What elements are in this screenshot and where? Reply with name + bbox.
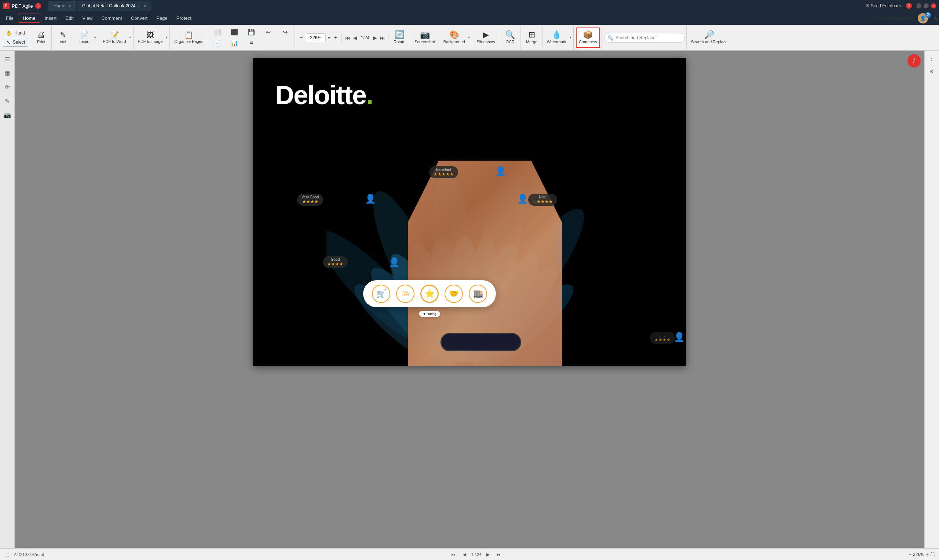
pdf-to-word-arrow[interactable]: ▼ (129, 36, 132, 39)
pdf-viewer[interactable]: Deloitte. (15, 51, 924, 548)
tab-home[interactable]: Home ✕ (48, 1, 76, 11)
person-icon-good: 👤 (389, 257, 400, 267)
menu-protect[interactable]: Protect (172, 14, 196, 22)
good-label: Good (331, 257, 340, 262)
view-mode-1[interactable]: 📄 (209, 38, 226, 48)
organize-pages-button[interactable]: 📋 Organize Pages (172, 28, 205, 48)
print-button[interactable]: 🖨 Print (32, 28, 50, 48)
watermark-arrow[interactable]: ▼ (569, 36, 572, 39)
tab-document-close[interactable]: ✕ (143, 4, 146, 8)
zoom-dropdown[interactable]: ▼ (327, 35, 331, 40)
compress-group: 📦 Compress (574, 26, 602, 49)
menu-edit[interactable]: Edit (61, 14, 78, 22)
search-input[interactable] (604, 33, 685, 43)
status-first-page[interactable]: ⏮ (449, 551, 458, 558)
background-group: 🎨 Background ▼ (440, 26, 473, 49)
send-feedback-button[interactable]: ✉ Send Feedback (866, 3, 902, 8)
strip-icon-store: 🏬 (469, 285, 487, 303)
status-zoom-in[interactable]: + (926, 552, 929, 557)
zoom-input[interactable] (306, 33, 326, 42)
status-zoom-out[interactable]: − (908, 552, 911, 557)
minimize-button[interactable]: ─ (916, 3, 921, 8)
view-mode-2[interactable]: 📊 (226, 38, 242, 48)
window-controls: ─ □ ✕ (916, 3, 936, 8)
next-page-button[interactable]: ▶ (372, 34, 378, 42)
status-bar: 📄 A4(210×297mm) ⏮ ◀ 1 / 24 ▶ ⏭ − 226% + … (0, 548, 939, 560)
ocr-button[interactable]: 🔍 OCR (502, 28, 519, 48)
view-mode-3[interactable]: 🖥 (243, 38, 259, 48)
sidebar-settings-icon[interactable]: ⚙ (927, 66, 937, 77)
menu-convert[interactable]: Convert (126, 14, 152, 22)
hand-select-group: ✋ Hand ↖ Select (2, 28, 30, 48)
menu-view[interactable]: View (78, 14, 97, 22)
menu-page[interactable]: Page (152, 14, 172, 22)
sidebar-list-icon[interactable]: ☰ (2, 54, 13, 65)
save-button[interactable]: 💾 (243, 27, 259, 37)
pdf-to-image-arrow[interactable]: ▼ (165, 36, 168, 39)
page-nav-area: ⏮ ◀ 1/24 ▶ ⏭ (342, 34, 388, 42)
search-replace-button[interactable]: 🔎 Search and Replace (689, 28, 730, 48)
title-bar-left: P PDF Agile 1 (3, 3, 41, 9)
sidebar-edit-icon[interactable]: ✎ (2, 95, 13, 106)
file-icon-status: 📄 (5, 552, 9, 557)
status-last-page[interactable]: ⏭ (495, 551, 503, 558)
new-tab-button[interactable]: + (152, 1, 162, 11)
undo-button[interactable]: ↩ (260, 27, 276, 37)
zoom-in-button[interactable]: + (332, 34, 339, 42)
rating-bubble-good: Good ★★★★ (323, 256, 348, 268)
user-badge: 2 (925, 12, 931, 18)
status-fit-button[interactable]: ⛶ (930, 552, 934, 557)
user-area: 👤 2 (918, 13, 931, 23)
prev-page-button[interactable]: ◀ (353, 34, 358, 42)
strip-icon-star: ⭐ (420, 285, 439, 303)
sidebar-collapse-icon[interactable]: ↕ (927, 54, 937, 65)
fit-width-button[interactable]: ⬛ (226, 27, 242, 37)
edit-button[interactable]: ✎ Edit (54, 28, 72, 48)
maximize-button[interactable]: □ (924, 3, 929, 8)
menu-comment[interactable]: Comment (97, 14, 126, 22)
redo-button[interactable]: ↪ (277, 27, 293, 37)
share-button[interactable]: ⤴ (907, 54, 921, 68)
menu-file[interactable]: File (2, 14, 18, 22)
sidebar-add-icon[interactable]: ✙ (2, 82, 13, 92)
background-button[interactable]: 🎨 Background (441, 28, 467, 48)
compress-button[interactable]: 📦 Compress (576, 28, 600, 48)
edit-group: ✎ Edit (52, 26, 73, 49)
status-next-page[interactable]: ▶ (484, 551, 492, 558)
pdf-to-image-button[interactable]: 🖼 PDF to Image (136, 28, 165, 48)
use-redeem-button[interactable]: ☑ Use Redeem Code (872, 16, 915, 21)
close-button[interactable]: ✕ (931, 3, 936, 8)
sidebar-grid-icon[interactable]: ▦ (2, 68, 13, 78)
merge-button[interactable]: ⊞ Merge (523, 28, 541, 48)
screenshot-group: 📷 Screenshot (411, 26, 439, 49)
sidebar-camera-icon[interactable]: 📷 (2, 109, 13, 120)
zoom-out-button[interactable]: − (298, 34, 304, 42)
slideshow-button[interactable]: ▶ Slideshow (474, 28, 497, 48)
slideshow-group: ▶ Slideshow (473, 26, 499, 49)
background-arrow[interactable]: ▼ (468, 36, 471, 39)
status-page-indicator: 1 / 24 (471, 552, 482, 557)
menu-insert[interactable]: Insert (40, 14, 61, 22)
insert-button[interactable]: 📄 Insert (75, 28, 93, 48)
phone-screen (440, 333, 521, 351)
hand-tool-button[interactable]: ✋ Hand (3, 29, 28, 37)
first-page-button[interactable]: ⏮ (345, 34, 351, 42)
verygood-stars: ★★★★ (302, 199, 319, 204)
watermark-button[interactable]: 💧 Watermark (545, 28, 568, 48)
pdf-to-word-button[interactable]: 📝 PDF to Word (100, 28, 128, 48)
person-icon-nice: 👤 (517, 194, 528, 204)
select-tool-button[interactable]: ↖ Select (3, 38, 28, 46)
screenshot-button[interactable]: 📷 Screenshot (412, 28, 437, 48)
tab-document[interactable]: Global-Retail-Outlook-2024.... ✕ (77, 1, 151, 11)
menu-home[interactable]: Home (18, 14, 40, 23)
merge-group: ⊞ Merge (522, 26, 542, 49)
strip-tooltip: ★ Rating (419, 311, 440, 317)
tab-home-close[interactable]: ✕ (68, 4, 71, 8)
fit-page-button[interactable]: ⬜ (209, 27, 226, 37)
last-page-button[interactable]: ⏭ (379, 34, 386, 42)
pdf-to-word-group: 📝 PDF to Word ▼ (99, 26, 133, 49)
collapse-ribbon-button[interactable]: ∧ (934, 15, 937, 21)
status-prev-page[interactable]: ◀ (461, 551, 468, 558)
rotate-button[interactable]: 🔄 Rotate (391, 28, 408, 48)
insert-arrow[interactable]: ▼ (94, 36, 97, 39)
